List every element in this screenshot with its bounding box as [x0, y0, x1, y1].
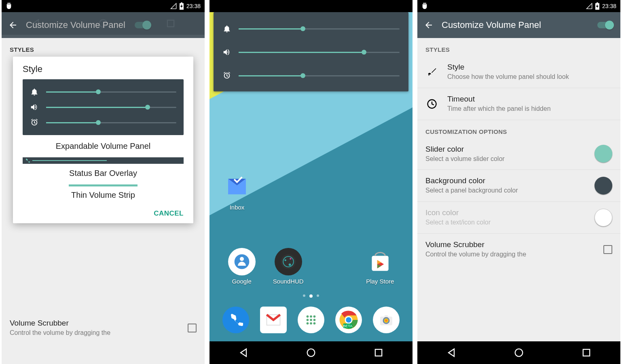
style-option-statusbar-preview[interactable]	[23, 157, 184, 164]
dialog-title: Style	[23, 64, 184, 74]
dimmed-appbar: Customize Volume Panel	[2, 12, 205, 38]
chrome-icon: BETA	[338, 309, 360, 331]
inbox-icon	[224, 174, 250, 201]
checkbox-icon[interactable]	[188, 324, 197, 332]
master-toggle[interactable]	[596, 20, 614, 30]
nav-bar	[209, 341, 413, 364]
status-time: 23:38	[602, 3, 616, 9]
android-debug-icon	[421, 3, 428, 9]
svg-point-29	[383, 317, 389, 324]
phone-icon	[25, 158, 30, 163]
style-option-expandable-label[interactable]: Expandable Volume Panel	[23, 142, 184, 151]
home-wallpaper: Inbox Google SoundHUD Play Store	[209, 12, 413, 341]
playstore-icon	[367, 248, 394, 275]
color-swatch-icon	[594, 209, 612, 226]
pref-timeout[interactable]: Timeout Time after which the panel is hi…	[417, 88, 620, 120]
section-styles: STYLES	[2, 38, 205, 56]
style-option-statusbar-label[interactable]: Status Bar Overlay	[23, 169, 184, 178]
nav-back-icon[interactable]	[446, 347, 457, 358]
status-bar: 23:38	[2, 0, 205, 12]
brush-icon	[426, 66, 438, 78]
section-header-custom: CUSTOMIZATION OPTIONS	[417, 120, 620, 138]
app-drawer-icon	[304, 313, 318, 327]
screen-settings: 23:38 Customize Volume Panel STYLES Styl…	[417, 0, 620, 364]
back-button[interactable]	[424, 20, 434, 30]
screen-home-overlay: Inbox Google SoundHUD Play Store	[209, 0, 413, 364]
pref-summary: Time after which the panel is hidden	[447, 105, 612, 113]
nav-recents-icon[interactable]	[581, 347, 592, 358]
app-google[interactable]: Google	[228, 248, 256, 285]
pref-title: Timeout	[447, 95, 612, 104]
alarm-icon	[30, 118, 39, 127]
app-label: Google	[232, 278, 251, 285]
svg-point-20	[310, 322, 312, 325]
alarm-icon	[222, 70, 231, 82]
app-chrome[interactable]: BETA	[335, 307, 362, 333]
app-label: Play Store	[366, 278, 394, 285]
screen-style-dialog: 23:38 Customize Volume Panel STYLES Volu…	[2, 0, 205, 364]
app-inbox[interactable]: Inbox	[223, 174, 251, 211]
checkbox-icon[interactable]	[603, 245, 612, 254]
pref-summary: Choose how the volume panel should look	[447, 73, 612, 81]
style-option-thinstrip-preview[interactable]	[69, 184, 138, 186]
svg-text:BETA: BETA	[343, 324, 352, 328]
pref-summary: Control the volume by dragging the	[425, 250, 594, 259]
master-toggle	[133, 20, 151, 30]
pref-title: Style	[447, 63, 612, 72]
svg-point-17	[310, 319, 312, 321]
svg-rect-36	[583, 349, 590, 356]
bell-icon	[30, 87, 39, 96]
pref-summary: Select a text/icon color	[425, 218, 586, 227]
back-arrow-icon	[8, 20, 18, 30]
app-label: Inbox	[230, 204, 245, 211]
pager-dots	[209, 294, 413, 298]
signal-icon	[170, 3, 177, 9]
status-time: 23:38	[186, 3, 201, 9]
pref-icon-color[interactable]: Icon color Select a text/icon color	[417, 202, 620, 234]
volume-icon	[222, 46, 231, 58]
status-bar: 23:38	[417, 0, 620, 12]
section-header-styles: STYLES	[417, 38, 620, 56]
app-camera[interactable]	[373, 307, 400, 333]
settings-content[interactable]: STYLES Style Choose how the volume panel…	[417, 38, 620, 341]
app-gmail[interactable]	[260, 307, 287, 333]
app-playstore[interactable]: Play Store	[366, 248, 394, 285]
style-option-expandable-preview[interactable]	[23, 79, 184, 135]
pref-style[interactable]: Style Choose how the volume panel should…	[417, 56, 620, 88]
app-phone[interactable]	[222, 307, 249, 333]
nav-recents-icon[interactable]	[373, 347, 384, 358]
app-title: Customize Volume Panel	[442, 20, 588, 30]
app-label: SoundHUD	[273, 278, 304, 285]
style-option-thinstrip-label[interactable]: Thin Volume Strip	[23, 190, 184, 200]
nav-home-icon[interactable]	[513, 347, 525, 358]
color-swatch-bg	[594, 177, 612, 195]
soundhud-icon	[279, 253, 297, 271]
signal-icon	[586, 3, 592, 9]
clock-icon	[426, 98, 438, 110]
svg-point-35	[515, 349, 523, 357]
phone-icon	[228, 313, 243, 327]
svg-point-16	[307, 319, 309, 321]
pref-slider-color[interactable]: Slider color Select a volume slider colo…	[417, 138, 620, 170]
svg-point-14	[310, 315, 312, 318]
nav-bar	[417, 341, 620, 364]
nav-back-icon[interactable]	[238, 347, 249, 358]
app-soundhud[interactable]: SoundHUD	[273, 248, 304, 285]
volume-overlay-panel[interactable]	[214, 12, 408, 91]
svg-point-21	[313, 322, 316, 325]
cancel-button[interactable]: CANCEL	[154, 210, 184, 217]
svg-point-24	[346, 317, 351, 323]
pref-title: Slider color	[425, 145, 586, 154]
svg-rect-31	[375, 349, 382, 356]
svg-point-13	[307, 315, 309, 318]
svg-rect-33	[597, 2, 598, 3]
pref-summary: Select a panel background color	[425, 186, 586, 195]
folder-google-icon	[234, 254, 250, 270]
nav-home-icon[interactable]	[305, 347, 317, 358]
camera-icon	[378, 312, 394, 328]
pref-bg-color[interactable]: Background color Select a panel backgrou…	[417, 170, 620, 202]
pref-volume-scrubber[interactable]: Volume Scrubber Control the volume by dr…	[417, 234, 620, 265]
app-drawer[interactable]	[298, 307, 324, 333]
style-dialog: Style Expandable Volume Panel Status Bar…	[13, 57, 193, 223]
gmail-icon	[264, 311, 282, 329]
